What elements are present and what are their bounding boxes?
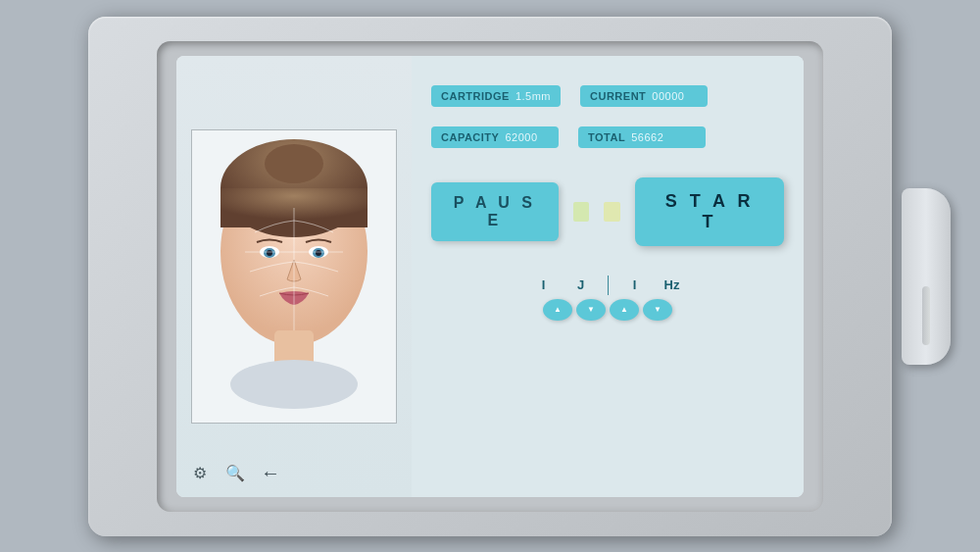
action-buttons-row: P A U S E S T A R T: [431, 177, 784, 246]
face-svg: [196, 134, 392, 419]
capacity-box: CAPACITY 62000: [431, 126, 559, 148]
face-image: [191, 129, 397, 424]
j-up-button[interactable]: ▲: [543, 299, 572, 321]
total-box: TOTAL 56662: [578, 126, 706, 148]
svg-point-3: [265, 144, 323, 183]
hz-up-button[interactable]: ▲: [610, 299, 639, 321]
current-value: 00000: [652, 90, 684, 102]
freq-hz-prefix: I: [620, 277, 650, 292]
freq-separator: [608, 276, 609, 295]
device-handle: [902, 188, 951, 365]
handle-tip: [922, 286, 930, 345]
freq-arrows: ▲ ▼ ▲ ▼: [543, 299, 672, 321]
bottom-icons: ⚙ 🔍 ←: [186, 460, 284, 487]
cartridge-box: CARTRIDGE 1.5mm: [431, 85, 561, 107]
total-value: 56662: [631, 131, 663, 143]
settings-icon[interactable]: ⚙: [186, 460, 214, 487]
pause-button[interactable]: P A U S E: [431, 182, 559, 241]
cartridge-value: 1.5mm: [515, 90, 551, 102]
svg-point-11: [316, 250, 321, 256]
freq-controls: I J I Hz ▲ ▼ ▲ ▼: [431, 266, 784, 321]
svg-point-5: [230, 360, 358, 409]
freq-j-prefix: I: [529, 277, 559, 292]
indicator-1: [573, 202, 590, 222]
device-body: ⚙ 🔍 ← CARTRIDGE 1.5mm CURRENT 00000: [88, 17, 892, 536]
current-box: CURRENT 00000: [580, 85, 708, 107]
freq-labels: I J I Hz: [529, 276, 687, 295]
freq-hz-label: Hz: [658, 277, 687, 292]
capacity-label: CAPACITY: [441, 131, 499, 143]
info-row-top: CARTRIDGE 1.5mm CURRENT 00000: [431, 85, 784, 107]
total-label: TOTAL: [588, 131, 625, 143]
capacity-value: 62000: [505, 131, 537, 143]
j-down-button[interactable]: ▼: [576, 299, 606, 321]
current-label: CURRENT: [590, 90, 646, 102]
face-panel: ⚙ 🔍 ←: [176, 56, 412, 497]
svg-point-10: [267, 250, 272, 256]
indicator-2: [604, 202, 620, 222]
start-button[interactable]: S T A R T: [635, 177, 784, 246]
info-row-bottom: CAPACITY 62000 TOTAL 56662: [431, 126, 784, 148]
camera-icon[interactable]: 🔍: [221, 460, 249, 487]
controls-panel: CARTRIDGE 1.5mm CURRENT 00000 CAPACITY 6…: [412, 56, 804, 497]
screen-bezel: ⚙ 🔍 ← CARTRIDGE 1.5mm CURRENT 00000: [157, 41, 823, 512]
hz-down-button[interactable]: ▼: [643, 299, 672, 321]
freq-j-label: J: [566, 277, 596, 292]
cartridge-label: CARTRIDGE: [441, 90, 510, 102]
screen: ⚙ 🔍 ← CARTRIDGE 1.5mm CURRENT 00000: [176, 56, 804, 497]
back-icon[interactable]: ←: [257, 460, 284, 487]
